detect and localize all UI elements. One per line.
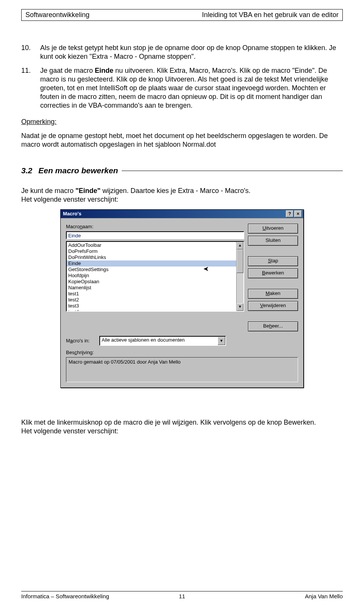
step-button[interactable]: Stap: [248, 256, 298, 266]
list-item-11: 11. Je gaat de macro Einde nu uitvoeren.…: [21, 66, 343, 110]
list-item-10: 10. Als je de tekst getypt hebt kun stop…: [21, 44, 343, 61]
window-buttons: ? ×: [286, 210, 302, 217]
button-label: aken: [270, 290, 280, 296]
list-item[interactable]: Einde: [67, 260, 236, 267]
chevron-down-icon[interactable]: ▼: [218, 337, 225, 345]
section-heading: 3.2 Een macro bewerken: [21, 166, 343, 176]
button-label: eer...: [272, 323, 283, 329]
paragraph: Je kunt de macro "Einde" wijzigen. Daart…: [21, 187, 343, 204]
macros-in-combo[interactable]: Alle actieve sjablonen en documenten ▼: [99, 336, 226, 346]
macros-in-label: Macro's in:: [66, 338, 96, 344]
text-fragment: hrijving:: [77, 350, 94, 355]
create-button[interactable]: Maken: [248, 289, 298, 299]
note-text: Nadat je de opname gestopt hebt, moet he…: [21, 132, 343, 149]
manage-button[interactable]: Beheer...: [248, 322, 298, 331]
macro-name-label: Macronaam:: [66, 224, 244, 230]
close-button[interactable]: ×: [294, 210, 302, 217]
footer-left: Informatica – Softwareontwikkeling: [21, 593, 109, 599]
header-right: Inleiding tot VBA en het gebruik van de …: [202, 11, 339, 19]
page-header: Softwareontwikkeling Inleiding tot VBA e…: [21, 9, 343, 21]
text-fragment: wijzigen. Daartoe kies je Extra - Marco …: [100, 187, 251, 194]
dialog-buttons: Uitvoeren Sluiten Stap Bewerken Maken Ve…: [248, 224, 298, 331]
run-button[interactable]: Uitvoeren: [248, 224, 298, 234]
macro-name-input[interactable]: Einde: [66, 231, 244, 239]
delete-button[interactable]: Verwijderen: [248, 301, 298, 311]
heading-rule: [122, 171, 343, 171]
button-label: erwijderen: [263, 303, 286, 308]
dialog-titlebar: Macro's ? ×: [61, 210, 303, 218]
text-fragment: cro's in:: [73, 338, 89, 343]
listbox-items: AddOurToolbarDoPrefsFormDoPrintWithLinks…: [67, 242, 236, 311]
macro-listbox[interactable]: AddOurToolbarDoPrefsFormDoPrintWithLinks…: [66, 241, 244, 312]
paragraph: Klik met de linkermuisknop op de macro d…: [21, 418, 343, 436]
accelerator: S: [268, 258, 271, 264]
description-box[interactable]: Macro gemaakt op 07/05/2001 door Anja Va…: [66, 357, 298, 382]
document-body: 10. Als je de tekst getypt hebt kun stop…: [21, 44, 343, 436]
note-label: Opmerking:: [21, 118, 343, 126]
dialog-title: Macro's: [63, 211, 82, 217]
text-fragment: Je kunt de macro: [21, 187, 75, 194]
accelerator: a: [70, 338, 73, 343]
instruction-list: 10. Als je de tekst getypt hebt kun stop…: [21, 44, 343, 110]
text-line: Klik met de linkermuisknop op de macro d…: [21, 419, 316, 426]
accelerator: B: [262, 270, 265, 276]
button-label: tap: [271, 258, 278, 264]
text-fragment: Bes: [66, 350, 74, 355]
accelerator: M: [265, 290, 270, 296]
list-item[interactable]: Hoofdpijn: [67, 273, 236, 279]
edit-button[interactable]: Bewerken: [248, 268, 298, 278]
page-footer: Informatica – Softwareontwikkeling 11 An…: [21, 591, 343, 599]
list-item[interactable]: DoPrintWithLinks: [67, 254, 236, 260]
list-item[interactable]: KopieOpslaan: [67, 279, 236, 285]
list-item[interactable]: test3: [67, 303, 236, 309]
combo-value: Alle actieve sjablonen en documenten: [100, 337, 218, 345]
header-left: Softwareontwikkeling: [25, 11, 89, 19]
list-item[interactable]: test2: [67, 297, 236, 303]
text-line: Het volgende venster verschijnt:: [21, 427, 118, 435]
list-text: Je gaat de macro Einde nu uitvoeren. Kli…: [40, 66, 343, 110]
bold-text: Einde: [95, 67, 113, 74]
list-item[interactable]: DoPrefsForm: [67, 248, 236, 254]
help-button[interactable]: ?: [286, 210, 293, 217]
list-number: 10.: [21, 44, 40, 61]
scroll-down-icon[interactable]: ▼: [237, 303, 243, 311]
bold-text: "Einde": [75, 187, 100, 194]
dialog-body: Macronaam: Einde AddOurToolbarDoPrefsFor…: [61, 218, 303, 387]
list-item[interactable]: Namenlijst: [67, 285, 236, 291]
text-fragment: aam:: [82, 224, 93, 229]
list-item[interactable]: test4: [67, 309, 236, 311]
close-dialog-button[interactable]: Sluiten: [248, 236, 298, 246]
macros-dialog: Macro's ? × Macronaam: Einde AddOurToolb…: [60, 209, 304, 388]
accelerator: V: [260, 303, 263, 308]
list-number: 11.: [21, 66, 40, 110]
list-item[interactable]: GetStoredSettings: [67, 267, 236, 273]
section-number: 3.2: [21, 166, 36, 176]
section-title: Een macro bewerken: [36, 166, 122, 176]
button-label: itvoeren: [266, 225, 284, 231]
scrollbar[interactable]: ▲ ▼: [236, 242, 243, 311]
list-item[interactable]: AddOurToolbar: [67, 242, 236, 248]
footer-right: Anja Van Mello: [305, 593, 343, 599]
text-fragment: Macro: [66, 224, 80, 229]
accelerator: U: [262, 225, 266, 231]
footer-page-number: 11: [179, 593, 185, 599]
text-fragment: M: [66, 338, 70, 343]
button-label: ewerken: [265, 270, 284, 276]
text-fragment: Je gaat de macro: [40, 67, 95, 74]
description-label: Beschrijving:: [66, 350, 298, 356]
scroll-thumb[interactable]: [237, 249, 243, 273]
scroll-track[interactable]: [237, 249, 243, 303]
list-text: Als je de tekst getypt hebt kun stop je …: [40, 44, 343, 61]
scroll-up-icon[interactable]: ▲: [237, 242, 243, 249]
button-label: Be: [263, 323, 269, 329]
list-item[interactable]: test1: [67, 291, 236, 297]
text-fragment: Het volgende venster verschijnt:: [21, 196, 118, 203]
